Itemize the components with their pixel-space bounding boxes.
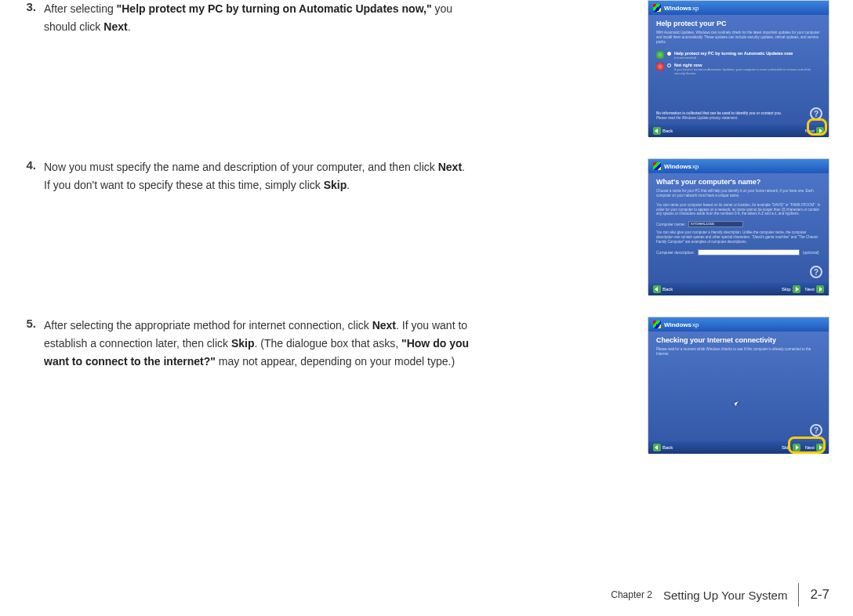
step-3: 3. After selecting "Help protect my PC b… (24, 0, 829, 136)
page-footer: Chapter 2 Setting Up Your System 2-7 (611, 583, 829, 607)
ss-body: Checking your Internet connectivity Plea… (648, 332, 829, 441)
step-number: 5. (24, 317, 36, 371)
ss-body: What's your computer's name? Choose a na… (648, 173, 829, 283)
screenshot-step4: Windowsxp What's your computer's name? C… (648, 158, 829, 295)
windows-logo-icon (653, 4, 661, 12)
windows-logo-icon (653, 321, 661, 328)
step-text: 3. After selecting "Help protect my PC b… (24, 0, 470, 36)
help-icon[interactable]: ? (810, 424, 822, 437)
cursor-icon (735, 402, 741, 410)
radio-selected-icon (667, 52, 671, 56)
arrow-left-icon (653, 285, 661, 293)
next-button[interactable]: Next (805, 285, 824, 293)
arrow-right-icon (793, 444, 800, 451)
computer-name-row: Computer name: KITCHEN-12345 (656, 221, 821, 227)
step-body: Now you must specify the name and descri… (44, 158, 470, 194)
arrow-left-icon (653, 127, 661, 135)
step-text: 5. After selecting the appropriate metho… (24, 317, 470, 371)
arrow-left-icon (653, 444, 661, 451)
ss-title: Checking your Internet connectivity (656, 336, 821, 344)
arrow-right-icon (793, 285, 800, 293)
ss-title: Help protect your PC (656, 20, 821, 27)
ss-option-protect[interactable]: Help protect my PC by turning on Automat… (656, 49, 821, 61)
computer-desc-row: Computer description: (optional) (656, 249, 821, 255)
step-4: 4. Now you must specify the name and des… (24, 158, 829, 295)
arrow-right-icon (816, 285, 824, 293)
ss-titlebar: Windowsxp (648, 159, 829, 173)
screenshot-step3: Windowsxp Help protect your PC With Auto… (648, 0, 829, 136)
ss-option-notright[interactable]: Not right now If you haven't turned on A… (656, 61, 821, 77)
ss-title: What's your computer's name? (656, 178, 821, 186)
back-button[interactable]: Back (653, 444, 673, 451)
ss-desc: With Automatic Updates, Windows can rout… (656, 31, 821, 45)
shield-x-icon (656, 63, 664, 71)
skip-button[interactable]: Skip (782, 444, 800, 451)
ss-footer: Back Skip Next (648, 283, 829, 295)
ss-desc3: You can also give your computer a friend… (656, 230, 821, 245)
screenshot-step5: Windowsxp Checking your Internet connect… (648, 317, 829, 453)
chapter-title: Setting Up Your System (663, 589, 787, 602)
help-icon[interactable]: ? (810, 266, 822, 278)
step-5: 5. After selecting the appropriate metho… (24, 317, 829, 453)
ss-info: No information is collected that can be … (656, 111, 782, 120)
ss-footer: Back Skip Next (648, 441, 829, 454)
step-body: After selecting the appropriate method f… (44, 317, 470, 371)
skip-button[interactable]: Skip (782, 285, 800, 293)
shield-check-icon (656, 51, 664, 59)
divider (798, 583, 799, 607)
arrow-right-icon (816, 444, 824, 451)
ss-body: Help protect your PC With Automatic Upda… (648, 15, 829, 125)
arrow-right-icon (816, 127, 824, 135)
step-body: After selecting "Help protect my PC by t… (44, 0, 470, 36)
computer-name-field[interactable]: KITCHEN-12345 (688, 221, 743, 227)
page-number: 2-7 (810, 587, 829, 603)
back-button[interactable]: Back (653, 127, 673, 135)
next-button[interactable]: Next (805, 444, 824, 451)
back-button[interactable]: Back (653, 285, 673, 293)
help-icon[interactable]: ? (810, 107, 822, 120)
ss-titlebar: Windowsxp (648, 1, 829, 15)
ss-desc2: You can name your computer based on its … (656, 203, 821, 217)
ss-desc: Choose a name for your PC that will help… (656, 189, 821, 198)
next-button[interactable]: Next (805, 127, 824, 135)
step-text: 4. Now you must specify the name and des… (24, 158, 470, 194)
ss-footer: Back Next (648, 125, 829, 137)
windows-logo-icon (653, 162, 661, 170)
step-number: 3. (24, 0, 36, 36)
ss-titlebar: Windowsxp (648, 317, 829, 332)
ss-desc: Please wait for a moment while Windows c… (656, 347, 821, 357)
radio-empty-icon (667, 63, 671, 67)
chapter-label: Chapter 2 (611, 589, 652, 600)
step-number: 4. (24, 158, 36, 194)
computer-desc-field[interactable] (698, 249, 800, 255)
